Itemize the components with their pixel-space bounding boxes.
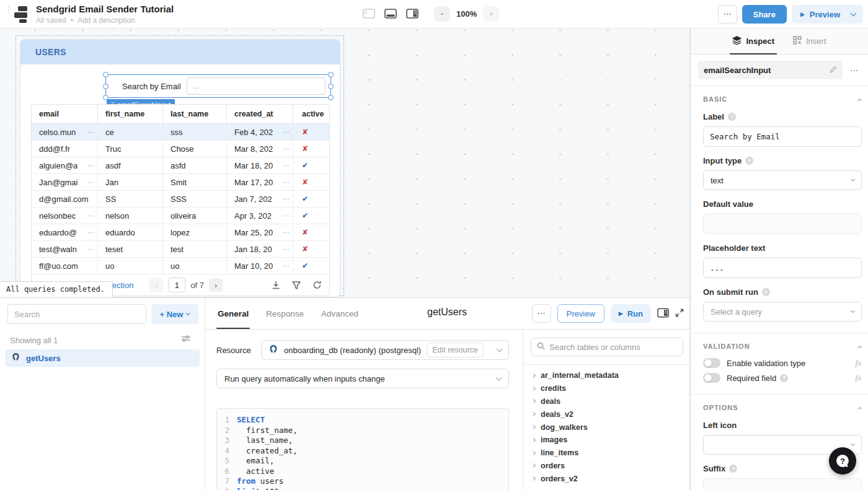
cell-overflow-icon[interactable]: ⋯ [283, 262, 290, 270]
table-cell[interactable]: ce [98, 124, 163, 140]
table-cell[interactable]: test [163, 241, 227, 257]
add-description-link[interactable]: Add a description [78, 16, 135, 25]
table-row[interactable]: ddd@f.frTrucChoseMar 8, 202⋯✘ [32, 141, 329, 157]
table-row[interactable]: Jan@gmai⋯JanSmitMar 17, 20⋯✘ [32, 174, 329, 191]
cell-overflow-icon[interactable]: ⋯ [283, 195, 290, 203]
cell-overflow-icon[interactable]: ⋯ [283, 128, 290, 136]
table-cell[interactable]: Mar 25, 20⋯ [227, 224, 293, 240]
resize-handle[interactable] [103, 84, 108, 89]
table-row[interactable]: test@waln⋯tesettestJan 18, 20⋯✘ [32, 241, 329, 258]
active-cell[interactable]: ✘ [293, 124, 329, 140]
table-cell[interactable]: sss [163, 124, 227, 140]
sql-line[interactable]: 7from users [217, 476, 508, 487]
table-cell[interactable]: Chose [163, 141, 227, 157]
fx-icon[interactable]: fx [856, 373, 861, 383]
table-row[interactable]: ff@uo.comuouoMar 10, 20⋯✔ [32, 258, 329, 274]
email-search-widget[interactable]: Search by Email ... [105, 74, 331, 98]
table-cell[interactable]: ddd@f.fr [32, 141, 98, 157]
table-row[interactable]: nelsonbec⋯nelsonoliveiraApr 3, 202⋯✔ [32, 208, 329, 224]
preview-button[interactable]: ▶ Preview [792, 5, 863, 24]
cell-overflow-icon[interactable]: ⋯ [283, 245, 290, 253]
table-cell[interactable]: Feb 4, 202⋯ [227, 124, 293, 140]
active-cell[interactable]: ✔ [293, 258, 329, 274]
table-row[interactable]: d@gmail.comSSSSSJan 7, 202⋯✔ [32, 191, 329, 208]
sql-line[interactable]: 1SELECT [217, 415, 508, 426]
table-cell[interactable]: eduardo [98, 224, 163, 240]
email-search-input[interactable]: ... [187, 77, 326, 95]
next-page-button[interactable]: › [209, 278, 223, 292]
fx-icon[interactable]: fx [856, 358, 861, 368]
query-preview-button[interactable]: Preview [557, 304, 604, 323]
required-field-toggle[interactable] [703, 373, 720, 383]
schema-table-item[interactable]: orders_v2 [523, 472, 690, 485]
table-cell[interactable]: nelson [98, 208, 163, 224]
table-cell[interactable]: teset [98, 241, 163, 257]
zoom-in-button[interactable]: + [483, 6, 499, 22]
table-cell[interactable]: Apr 3, 202⋯ [227, 208, 293, 224]
table-cell[interactable]: uo [163, 258, 227, 274]
table-cell[interactable]: Truc [98, 141, 163, 157]
toggle-left-panel-icon[interactable] [363, 9, 375, 20]
filter-queries-icon[interactable] [181, 335, 191, 346]
query-list-item[interactable]: getUsers [5, 349, 200, 367]
schema-table-item[interactable]: deals [523, 395, 690, 408]
prev-page-button[interactable]: ‹ [149, 278, 163, 292]
resize-handle[interactable] [328, 95, 334, 100]
active-cell[interactable]: ✔ [293, 191, 329, 207]
more-options-button[interactable]: ⋯ [718, 5, 737, 24]
toggle-bottom-panel-icon[interactable] [384, 9, 397, 20]
tab-general[interactable]: General [218, 298, 249, 329]
table-row[interactable]: celso.mun⋯cesssFeb 4, 202⋯✘ [32, 124, 329, 141]
table-cell[interactable]: test@waln⋯ [32, 241, 98, 257]
cell-overflow-icon[interactable]: ⋯ [283, 145, 290, 153]
cell-overflow-icon[interactable]: ⋯ [283, 229, 290, 237]
schema-table-item[interactable]: orders [523, 460, 690, 473]
collapse-icon[interactable] [857, 406, 862, 411]
schema-table-item[interactable]: ar_internal_metadata [523, 369, 690, 382]
placeholder-text-input[interactable]: ... [703, 258, 862, 278]
table-cell[interactable]: celso.mun⋯ [32, 124, 98, 140]
table-row[interactable]: alguien@a⋯asdfasfdMar 18, 20⋯✔ [32, 157, 329, 174]
column-header[interactable]: first_name [98, 105, 163, 123]
table-cell[interactable]: lopez [163, 224, 227, 240]
tab-inspect[interactable]: Inspect [732, 28, 774, 55]
edit-pencil-icon[interactable] [830, 66, 837, 75]
table-cell[interactable]: ff@uo.com [32, 258, 98, 274]
resize-handle[interactable] [328, 84, 334, 89]
table-cell[interactable]: asfd [163, 157, 227, 173]
on-submit-select[interactable]: Select a query [703, 302, 862, 322]
table-cell[interactable]: SS [98, 191, 163, 207]
table-cell[interactable]: alguien@a⋯ [32, 157, 98, 173]
active-cell[interactable]: ✘ [293, 241, 329, 257]
help-button[interactable]: ? [829, 447, 856, 475]
component-more-button[interactable]: ⋯ [848, 66, 861, 75]
table-cell[interactable]: uo [98, 258, 163, 274]
table-cell[interactable]: Jan 18, 20⋯ [227, 241, 293, 257]
enable-validation-toggle[interactable] [703, 358, 720, 368]
schema-table-item[interactable]: images [523, 434, 690, 447]
table-cell[interactable]: d@gmail.com [32, 191, 98, 207]
tab-response[interactable]: Response [266, 298, 304, 329]
resource-select[interactable]: onboarding_db (readonly) (postgresql) Ed… [261, 340, 509, 360]
cell-overflow-icon[interactable]: ⋯ [87, 245, 94, 253]
table-cell[interactable]: Jan@gmai⋯ [32, 174, 98, 190]
table-cell[interactable]: Jan [98, 174, 163, 190]
cell-overflow-icon[interactable]: ⋯ [283, 162, 290, 170]
share-button[interactable]: Share [742, 5, 787, 24]
sql-line[interactable]: 4 created_at, [217, 446, 508, 457]
resize-handle[interactable] [328, 72, 334, 77]
active-cell[interactable]: ✘ [293, 224, 329, 240]
new-query-button[interactable]: + New [151, 304, 198, 324]
users-table[interactable]: emailfirst_namelast_namecreated_atactive… [31, 104, 330, 296]
cell-overflow-icon[interactable]: ⋯ [87, 229, 94, 237]
toggle-right-panel-icon[interactable] [406, 9, 418, 20]
cell-overflow-icon[interactable]: ⋯ [283, 212, 290, 220]
active-cell[interactable]: ✘ [293, 174, 329, 190]
table-row[interactable]: eduardo@⋯eduardolopezMar 25, 20⋯✘ [32, 224, 329, 241]
zoom-out-button[interactable]: - [434, 6, 450, 22]
expand-icon[interactable] [675, 308, 684, 319]
table-cell[interactable]: Mar 18, 20⋯ [227, 157, 293, 173]
active-cell[interactable]: ✘ [293, 141, 329, 157]
sql-line[interactable]: 2 first_name, [217, 426, 508, 436]
cell-overflow-icon[interactable]: ⋯ [87, 212, 94, 220]
